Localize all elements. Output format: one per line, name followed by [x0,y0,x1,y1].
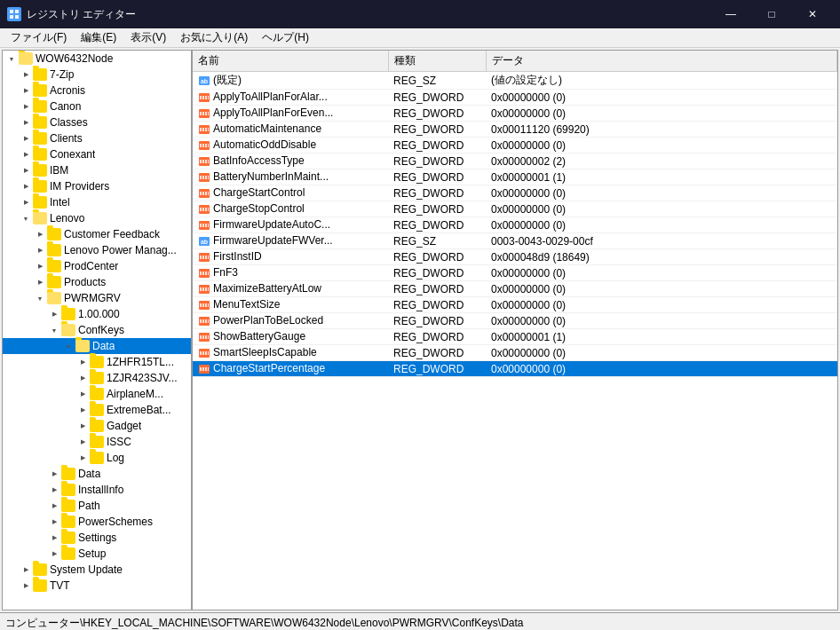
tree-item-confkeys[interactable]: ConfKeys [3,322,191,338]
close-button[interactable]: ✕ [792,0,833,28]
tree-item-issc[interactable]: ISSC [3,434,191,450]
table-row[interactable]: ChargeStopControlREG_DWORD0x00000000 (0) [193,201,837,217]
minimize-button[interactable]: — [710,0,751,28]
expander-installinfo[interactable] [47,483,61,497]
table-wrapper[interactable]: 名前 種類 データ ab (既定)REG_SZ(値の設定なし) ApplyToA… [193,51,837,610]
expander-wow6432node[interactable] [4,51,19,66]
table-row[interactable]: MaximizeBatteryAtLowREG_DWORD0x00000000 … [193,281,837,297]
tree-item-canon[interactable]: Canon [3,98,191,114]
expander-classes[interactable] [19,115,33,130]
cell-name: ChargeStopControl [193,201,388,217]
tree-item-systemupdate[interactable]: System Update [3,562,191,578]
tree-item-data2[interactable]: Data [3,466,191,482]
table-row[interactable]: FirstInstIDREG_DWORD0x000048d9 (18649) [193,249,837,265]
expander-lenovopowerman[interactable] [33,243,47,257]
tree-item-powerschemes[interactable]: PowerSchemes [3,514,191,530]
tree-item-prodcenter[interactable]: ProdCenter [3,258,191,274]
table-row[interactable]: FnF3REG_DWORD0x00000000 (0) [193,265,837,281]
menu-favorites[interactable]: お気に入り(A) [173,28,255,48]
table-row[interactable]: ab (既定)REG_SZ(値の設定なし) [193,72,837,90]
expander-acronis[interactable] [19,83,33,98]
expander-7zip[interactable] [19,67,33,82]
table-row[interactable]: BatteryNumberInMaint...REG_DWORD0x000000… [193,169,837,185]
expander-conexant[interactable] [19,147,33,161]
table-row[interactable]: AutomaticMaintenanceREG_DWORD0x00011120 … [193,122,837,138]
tree-item-extremebat[interactable]: ExtremeBat... [3,402,191,418]
expander-pwrmgrv[interactable] [33,291,47,305]
tree-item-intel[interactable]: Intel [3,194,191,210]
tree-item-tvt[interactable]: TVT [3,578,191,594]
expander-gadget[interactable] [75,419,90,433]
expander-extremebat[interactable] [75,403,90,417]
tree-item-pwrmgrv[interactable]: PWRMGRV [3,290,191,306]
tree-item-improviders[interactable]: IM Providers [3,178,191,194]
expander-tvt[interactable] [19,579,33,593]
expander-airplanemc[interactable] [75,387,90,401]
tree-item-gadget[interactable]: Gadget [3,418,191,434]
table-row[interactable]: BatInfoAccessTypeREG_DWORD0x00000002 (2) [193,154,837,169]
expander-data2[interactable] [47,467,61,481]
tree-item-1zhfr15tl[interactable]: 1ZHFR15TL... [3,354,191,370]
tree-item-customerfeedback[interactable]: Customer Feedback [3,226,191,242]
table-row[interactable]: ChargeStartControlREG_DWORD0x00000000 (0… [193,185,837,201]
table-row[interactable]: ShowBatteryGaugeREG_DWORD0x00000001 (1) [193,329,837,345]
tree-item-path[interactable]: Path [3,498,191,514]
expander-setup[interactable] [47,547,61,561]
tree-item-airplanemc[interactable]: AirplaneM... [3,386,191,402]
table-row[interactable]: ChargeStartPercentageREG_DWORD0x00000000… [193,361,837,377]
cell-data: 0x00000002 (2) [486,154,837,169]
expander-intel[interactable] [19,195,33,209]
tree-item-data[interactable]: Data [3,338,191,354]
expander-clients[interactable] [19,131,33,146]
tree-item-log[interactable]: Log [3,450,191,466]
tree-item-lenovopowerman[interactable]: Lenovo Power Manag... [3,242,191,258]
table-row[interactable]: PowerPlanToBeLockedREG_DWORD0x00000000 (… [193,313,837,329]
expander-ibm[interactable] [19,163,33,177]
maximize-button[interactable]: □ [751,0,792,28]
tree-panel[interactable]: WOW6432Node 7-Zip Acronis Canon Classes [3,51,193,610]
expander-lenovo[interactable] [19,211,33,225]
tree-item-7zip[interactable]: 7-Zip [3,67,191,83]
label-installinfo: InstallInfo [78,484,123,496]
expander-v100[interactable] [47,307,61,321]
tree-item-wow6432node[interactable]: WOW6432Node [3,51,191,67]
expander-improviders[interactable] [19,179,33,193]
table-row[interactable]: ApplyToAllPlanForAlar...REG_DWORD0x00000… [193,90,837,106]
expander-prodcenter[interactable] [33,259,47,273]
menu-help[interactable]: ヘルプ(H) [255,28,316,48]
tree-item-classes[interactable]: Classes [3,114,191,130]
expander-log[interactable] [75,451,90,465]
menu-file[interactable]: ファイル(F) [4,28,74,48]
table-row[interactable]: AutomaticOddDisableREG_DWORD0x00000000 (… [193,138,837,154]
tree-item-1zjr423sjv[interactable]: 1ZJR423SJV... [3,370,191,386]
tree-item-conexant[interactable]: Conexant [3,146,191,162]
tree-item-installinfo[interactable]: InstallInfo [3,482,191,498]
expander-confkeys[interactable] [47,323,61,337]
expander-issc[interactable] [75,435,90,449]
table-row[interactable]: ApplyToAllPlanForEven...REG_DWORD0x00000… [193,106,837,122]
expander-settings[interactable] [47,531,61,545]
table-row[interactable]: MenuTextSizeREG_DWORD0x00000000 (0) [193,297,837,313]
expander-customerfeedback[interactable] [33,227,47,241]
tree-item-setup[interactable]: Setup [3,546,191,562]
expander-products[interactable] [33,275,47,289]
tree-item-v100[interactable]: 1.00.000 [3,306,191,322]
tree-item-clients[interactable]: Clients [3,130,191,146]
expander-data[interactable] [61,339,75,353]
expander-1zjr423sjv[interactable] [75,371,90,385]
tree-item-ibm[interactable]: IBM [3,162,191,178]
expander-systemupdate[interactable] [19,563,33,577]
expander-1zhfr15tl[interactable] [75,355,90,369]
table-row[interactable]: SmartSleepIsCapableREG_DWORD0x00000000 (… [193,345,837,361]
menu-view[interactable]: 表示(V) [123,28,173,48]
table-row[interactable]: ab FirmwareUpdateFWVer...REG_SZ0003-0043… [193,233,837,249]
menu-edit[interactable]: 編集(E) [74,28,123,48]
tree-item-acronis[interactable]: Acronis [3,83,191,98]
tree-item-products[interactable]: Products [3,274,191,290]
tree-item-settings[interactable]: Settings [3,530,191,546]
table-row[interactable]: FirmwareUpdateAutoC...REG_DWORD0x0000000… [193,217,837,233]
expander-canon[interactable] [19,99,33,114]
expander-powerschemes[interactable] [47,515,61,529]
expander-path[interactable] [47,499,61,513]
tree-item-lenovo[interactable]: Lenovo [3,210,191,226]
